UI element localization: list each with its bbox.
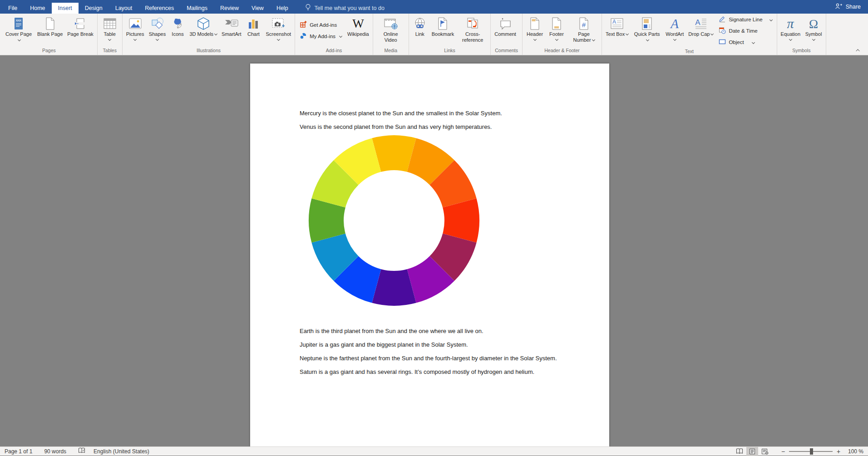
document-canvas: Mercury is the closest planet to the Sun… <box>0 55 868 446</box>
ribbon-group-pages: Cover Page Blank Page Page Break Pages <box>1 14 98 55</box>
shapes-button[interactable]: Shapes <box>147 14 168 47</box>
screenshot-button[interactable]: Screenshot <box>263 14 293 47</box>
blank-page-button[interactable]: Blank Page <box>35 14 65 47</box>
zoom-slider-handle[interactable] <box>810 448 813 455</box>
tab-review[interactable]: Review <box>214 3 245 14</box>
header-button[interactable]: Header <box>524 14 546 47</box>
donut-chart-svg <box>308 134 480 307</box>
chevron-down-icon <box>555 38 558 41</box>
text-box-button[interactable]: A Text Box <box>603 14 631 48</box>
tab-mailings[interactable]: Mailings <box>180 3 214 14</box>
ribbon-group-illustrations: Pictures Shapes Icons 3D Mode <box>123 14 295 55</box>
drop-cap-button[interactable]: A Drop Cap <box>686 14 715 48</box>
page-break-button[interactable]: Page Break <box>65 14 95 47</box>
chart-icon <box>247 16 259 31</box>
my-addins-button[interactable]: My Add-ins <box>297 31 344 41</box>
chevron-down-icon <box>769 18 773 21</box>
ribbon-group-tables: Table Tables <box>98 14 123 55</box>
pictures-button[interactable]: Pictures <box>124 14 147 47</box>
ribbon-group-symbols: π Equation Ω Symbol Symbols <box>777 14 826 55</box>
word-count[interactable]: 90 words <box>44 448 66 455</box>
cover-page-button[interactable]: Cover Page <box>2 14 35 47</box>
link-button[interactable]: Link <box>410 14 429 47</box>
svg-text:Ω: Ω <box>809 17 818 30</box>
tell-me-label: Tell me what you want to do <box>315 5 385 11</box>
color-wheel-chart[interactable] <box>308 134 480 307</box>
zoom-in-button[interactable]: + <box>834 448 843 455</box>
object-icon <box>719 38 726 46</box>
document-page[interactable]: Mercury is the closest planet to the Sun… <box>250 64 609 446</box>
object-button[interactable]: Object <box>716 37 774 47</box>
tell-me-box[interactable]: Tell me what you want to do <box>305 3 385 14</box>
tab-help[interactable]: Help <box>270 3 295 14</box>
svg-text:W: W <box>352 17 364 30</box>
date-time-button[interactable]: Date & Time <box>716 26 774 36</box>
link-icon <box>414 16 426 31</box>
ribbon-group-media: Online Video Media <box>373 14 409 55</box>
online-video-button[interactable]: Online Video <box>375 14 407 47</box>
print-layout-button[interactable] <box>746 447 758 456</box>
paragraph-venus: Venus is the second planet from the Sun … <box>300 123 565 132</box>
share-person-icon <box>835 3 843 11</box>
footer-icon <box>551 16 562 31</box>
page-indicator[interactable]: Page 1 of 1 <box>5 448 32 455</box>
cross-reference-button[interactable]: Cross-reference <box>456 14 489 47</box>
3d-models-button[interactable]: 3D Models <box>187 14 220 47</box>
date-time-icon <box>719 27 726 35</box>
chevron-down-icon <box>592 38 595 41</box>
paragraph-saturn: Saturn is a gas giant and has several ri… <box>300 368 565 377</box>
wikipedia-button[interactable]: W Wikipedia <box>345 14 371 47</box>
proofing-status-icon[interactable] <box>78 447 85 455</box>
smartart-button[interactable]: SmartArt <box>219 14 243 47</box>
tab-references[interactable]: References <box>138 3 180 14</box>
tab-design[interactable]: Design <box>79 3 109 14</box>
get-addins-button[interactable]: Get Add-ins <box>297 20 344 30</box>
chevron-down-icon <box>710 32 714 35</box>
share-button[interactable]: Share <box>828 0 868 14</box>
chart-button[interactable]: Chart <box>243 14 263 47</box>
get-addins-icon <box>300 21 307 29</box>
zoom-out-button[interactable]: − <box>779 448 787 455</box>
chevron-down-icon <box>673 38 676 41</box>
icons-button[interactable]: Icons <box>168 14 187 47</box>
group-label-pages: Pages <box>2 47 96 55</box>
tab-view[interactable]: View <box>245 3 270 14</box>
symbol-button[interactable]: Ω Symbol <box>803 14 824 47</box>
chevron-down-icon <box>214 32 217 35</box>
tab-insert[interactable]: Insert <box>52 3 79 14</box>
zoom-controls: − + 100 % <box>779 448 863 455</box>
status-bar: Page 1 of 1 90 words English (United Sta… <box>0 446 868 456</box>
tab-layout[interactable]: Layout <box>109 3 139 14</box>
header-icon <box>529 16 541 31</box>
equation-button[interactable]: π Equation <box>779 14 803 47</box>
wordart-button[interactable]: A WordArt <box>663 14 686 48</box>
tab-file[interactable]: File <box>2 3 24 14</box>
footer-button[interactable]: Footer <box>546 14 567 47</box>
table-button[interactable]: Table <box>99 14 121 47</box>
svg-text:π: π <box>787 17 794 30</box>
chevron-down-icon <box>812 38 815 41</box>
language-indicator[interactable]: English (United States) <box>94 448 149 455</box>
quick-parts-button[interactable]: Quick Parts <box>631 14 663 48</box>
ribbon-group-addins: Get Add-ins My Add-ins W Wikipedia Add-i… <box>295 14 373 55</box>
svg-text:A: A <box>612 19 616 25</box>
lightbulb-icon <box>305 4 311 13</box>
group-label-symbols: Symbols <box>779 47 824 55</box>
page-number-button[interactable]: # Page Number <box>567 14 600 47</box>
bookmark-button[interactable]: Bookmark <box>429 14 457 47</box>
read-mode-button[interactable] <box>734 447 745 456</box>
group-label-text: Text <box>603 48 775 55</box>
bookmark-icon <box>437 16 449 31</box>
group-label-links: Links <box>410 47 489 55</box>
zoom-level[interactable]: 100 % <box>843 448 863 455</box>
tab-home[interactable]: Home <box>24 3 51 14</box>
paragraph-neptune: Neptune is the farthest planet from the … <box>300 354 565 363</box>
collapse-ribbon-button[interactable] <box>855 48 862 53</box>
web-layout-button[interactable] <box>759 447 771 456</box>
signature-line-button[interactable]: Signature Line <box>716 15 774 25</box>
paragraph-earth: Earth is the third planet from the Sun a… <box>300 327 565 336</box>
comment-button[interactable]: Comment <box>492 14 518 47</box>
chevron-down-icon <box>646 38 649 41</box>
zoom-slider[interactable] <box>789 451 833 452</box>
online-video-icon <box>384 16 398 31</box>
